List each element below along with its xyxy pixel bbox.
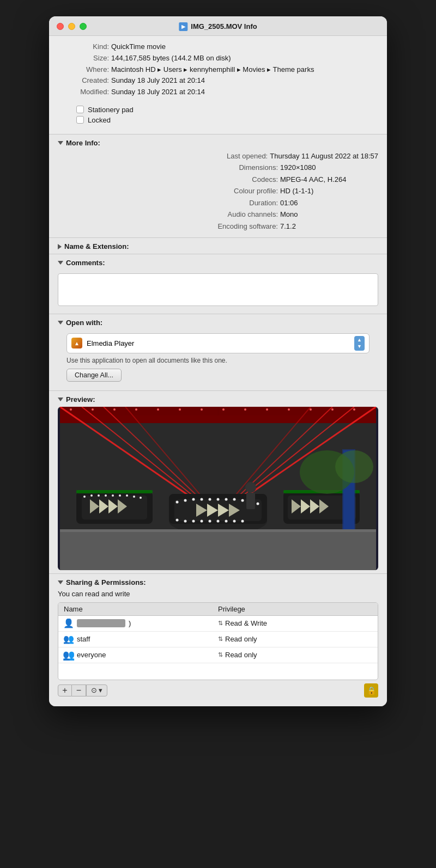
- last-opened-row: Last opened: Thursday 11 August 2022 at …: [58, 150, 378, 162]
- svg-marker-2: [60, 407, 376, 423]
- svg-point-11: [70, 408, 72, 411]
- everyone-name: everyone: [77, 651, 106, 659]
- comments-textarea[interactable]: [58, 273, 378, 306]
- perm-col-name-header: Name: [64, 605, 218, 613]
- svg-point-21: [288, 408, 290, 411]
- app-name-label: Elmedia Player: [87, 339, 134, 347]
- selector-arrows-icon: ▲ ▼: [354, 336, 365, 351]
- svg-point-41: [233, 498, 236, 500]
- remove-permission-button[interactable]: −: [72, 684, 86, 696]
- preview-header[interactable]: Preview:: [58, 395, 378, 404]
- table-row[interactable]: 👤 ____ ) ⇅ Read & Write: [58, 616, 378, 632]
- name-extension-header[interactable]: Name & Extension:: [58, 242, 378, 250]
- window-title: ▶ IMG_2505.MOV Info: [179, 22, 257, 31]
- encoding-software-value: 7.1.2: [280, 221, 378, 232]
- table-row[interactable]: 👥 staff ⇅ Read only: [58, 632, 378, 647]
- sharing-permissions-title: Sharing & Permissions:: [66, 578, 146, 586]
- more-info-section: More Info: Last opened: Thursday 11 Augu…: [49, 134, 387, 237]
- svg-point-15: [157, 408, 159, 411]
- sharing-permissions-header[interactable]: Sharing & Permissions:: [58, 578, 378, 586]
- more-info-title: More Info:: [66, 139, 100, 147]
- group-icon: 👥: [64, 634, 74, 644]
- audio-channels-label: Audio channels:: [191, 209, 278, 220]
- minimize-button[interactable]: [68, 23, 75, 30]
- where-row: Where: Macintosh HD ▸ Users ▸ kennyhemph…: [60, 64, 376, 76]
- locked-row[interactable]: Locked: [60, 116, 376, 124]
- svg-point-14: [135, 408, 137, 411]
- audio-channels-value: Mono: [280, 209, 378, 220]
- codecs-row: Codecs: MPEG-4 AAC, H.264: [58, 174, 378, 185]
- where-label: Where:: [60, 64, 109, 76]
- perm-privilege-cell-staff: ⇅ Read only: [218, 635, 372, 643]
- duration-row: Duration: 01:06: [58, 197, 378, 209]
- svg-point-82: [335, 450, 373, 483]
- dimensions-label: Dimensions:: [191, 162, 278, 173]
- file-info-section: Kind: QuickTime movie Size: 144,167,585 …: [49, 36, 387, 134]
- close-button[interactable]: [57, 23, 64, 30]
- open-with-header[interactable]: Open with:: [58, 319, 378, 327]
- svg-point-17: [201, 408, 203, 411]
- size-value: 144,167,585 bytes (144.2 MB on disk): [111, 53, 376, 64]
- stationery-label: Stationery pad: [88, 106, 134, 114]
- preview-image: [58, 407, 378, 570]
- svg-rect-69: [76, 490, 153, 493]
- svg-point-19: [244, 408, 246, 411]
- comments-header[interactable]: Comments:: [58, 259, 378, 267]
- action-permission-button[interactable]: ⊙ ▾: [86, 684, 107, 696]
- open-with-hint: Use this application to open all documen…: [66, 357, 370, 364]
- lock-icon[interactable]: 🔒: [364, 683, 378, 698]
- person-icon: 👤: [64, 619, 74, 628]
- comments-section: Comments:: [49, 254, 387, 314]
- svg-rect-83: [60, 529, 376, 570]
- colour-profile-value: HD (1-1-1): [280, 185, 378, 197]
- svg-point-34: [176, 500, 179, 503]
- comments-body: [58, 267, 378, 310]
- svg-point-49: [209, 519, 211, 522]
- add-permission-button[interactable]: +: [58, 684, 72, 696]
- svg-point-12: [92, 408, 94, 411]
- modified-label: Modified:: [60, 87, 109, 98]
- preview-svg: [58, 407, 378, 570]
- svg-point-24: [353, 408, 355, 411]
- created-row: Created: Sunday 18 July 2021 at 20:14: [60, 75, 376, 87]
- locked-label: Locked: [88, 116, 111, 124]
- privilege-arrows-icon: ⇅: [218, 651, 223, 658]
- svg-point-52: [233, 519, 236, 522]
- svg-point-35: [184, 499, 187, 502]
- permissions-table: Name Privilege 👤 ____ ) ⇅ Read & Write: [58, 602, 378, 680]
- perm-name-cell-staff: 👥 staff: [64, 634, 218, 644]
- perm-name-cell-everyone: 👥 everyone: [64, 650, 218, 660]
- colour-profile-row: Colour profile: HD (1-1-1): [58, 185, 378, 197]
- more-info-chevron-icon: [58, 141, 63, 145]
- dimensions-row: Dimensions: 1920×1080: [58, 162, 378, 173]
- stationery-row[interactable]: Stationery pad: [60, 106, 376, 114]
- more-info-header[interactable]: More Info:: [58, 139, 378, 147]
- svg-point-48: [201, 519, 203, 522]
- svg-point-22: [310, 408, 312, 411]
- svg-point-67: [133, 496, 135, 498]
- change-all-button[interactable]: Change All...: [66, 369, 122, 382]
- app-selector-dropdown[interactable]: ▲ Elmedia Player ▲ ▼: [66, 333, 370, 353]
- locked-checkbox[interactable]: [76, 116, 84, 124]
- svg-rect-84: [60, 529, 376, 532]
- info-window: ▶ IMG_2505.MOV Info Kind: QuickTime movi…: [49, 16, 387, 706]
- name-extension-chevron-icon: [58, 244, 62, 249]
- svg-point-44: [257, 502, 259, 505]
- permissions-table-header: Name Privilege: [58, 603, 378, 616]
- table-row[interactable]: 👥 everyone ⇅ Read only: [58, 647, 378, 663]
- perm-privilege-cell-everyone: ⇅ Read only: [218, 651, 372, 659]
- maximize-button[interactable]: [80, 23, 87, 30]
- sharing-permissions-section: Sharing & Permissions: You can read and …: [49, 573, 387, 706]
- staff-privilege-value: Read only: [225, 635, 257, 643]
- permissions-toolbar: + − ⊙ ▾ 🔒: [58, 683, 378, 698]
- svg-point-46: [184, 519, 187, 522]
- more-info-body: Last opened: Thursday 11 August 2022 at …: [58, 147, 378, 234]
- group-large-icon: 👥: [64, 650, 74, 660]
- name-extension-title: Name & Extension:: [64, 242, 129, 250]
- svg-point-36: [192, 498, 195, 500]
- privilege-arrows-icon: ⇅: [218, 635, 223, 643]
- stationery-checkbox[interactable]: [76, 106, 84, 113]
- svg-point-68: [140, 497, 142, 499]
- perm-col-privilege-header: Privilege: [218, 605, 372, 613]
- created-value: Sunday 18 July 2021 at 20:14: [111, 75, 376, 87]
